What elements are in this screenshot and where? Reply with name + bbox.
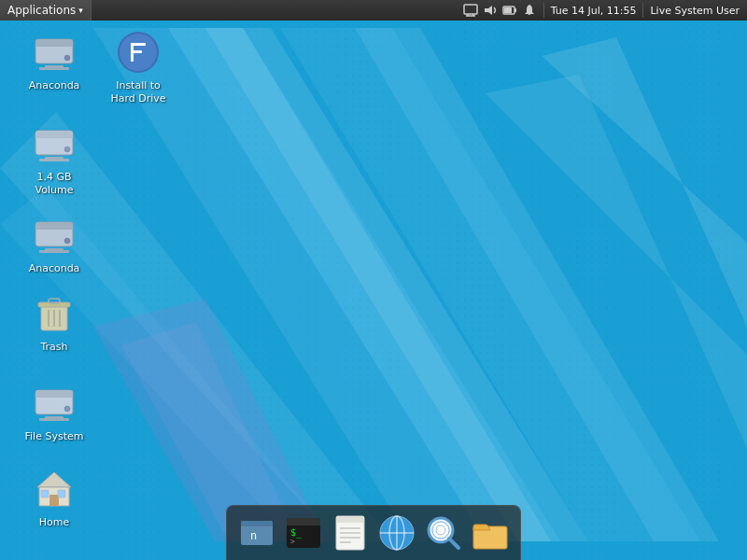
svg-rect-60 xyxy=(41,490,49,497)
svg-line-85 xyxy=(449,539,458,548)
dock: n $_ > xyxy=(0,504,747,560)
svg-rect-44 xyxy=(39,250,69,253)
tray-separator-2 xyxy=(642,3,643,18)
anaconda-icon-image xyxy=(32,30,77,75)
trash-icon-image xyxy=(32,291,77,336)
filesystem-icon-image xyxy=(32,381,77,426)
username-display: Live System User xyxy=(650,5,740,17)
desktop-icon-anaconda[interactable]: Anaconda xyxy=(17,30,92,93)
svg-rect-32 xyxy=(131,50,142,53)
trash-label: Trash xyxy=(37,340,70,355)
svg-rect-14 xyxy=(464,5,477,14)
svg-marker-18 xyxy=(485,6,492,15)
anaconda-2-label: Anaconda xyxy=(26,261,83,276)
dock-item-files[interactable]: n xyxy=(234,511,279,555)
svg-rect-47 xyxy=(49,299,60,303)
svg-rect-24 xyxy=(35,43,73,47)
dock-inner: n $_ > xyxy=(226,505,521,560)
svg-rect-53 xyxy=(35,394,73,398)
svg-rect-20 xyxy=(514,8,516,12)
svg-text:>: > xyxy=(290,538,295,546)
datetime-display: Tue 14 Jul, 11:55 xyxy=(551,5,637,17)
desktop-icon-install[interactable]: Install to Hard Drive xyxy=(101,30,176,107)
svg-point-42 xyxy=(64,238,70,244)
svg-point-84 xyxy=(432,522,449,539)
svg-rect-41 xyxy=(35,226,73,230)
svg-rect-73 xyxy=(336,520,364,523)
svg-rect-64 xyxy=(241,525,273,526)
svg-marker-57 xyxy=(37,472,71,487)
install-label: Install to Hard Drive xyxy=(105,78,172,107)
svg-rect-27 xyxy=(39,67,69,70)
svg-rect-56 xyxy=(39,418,69,421)
install-icon-image xyxy=(116,30,161,75)
volume-icon-image xyxy=(32,121,77,166)
dock-item-terminal[interactable]: $_ > xyxy=(281,511,326,555)
svg-point-54 xyxy=(64,406,70,412)
dock-item-folder[interactable] xyxy=(468,511,513,555)
applications-menu[interactable]: Applications ▾ xyxy=(0,0,92,21)
svg-rect-61 xyxy=(58,490,65,497)
dock-item-browser[interactable] xyxy=(374,511,419,555)
applications-arrow: ▾ xyxy=(78,6,83,15)
speaker-tray-icon[interactable] xyxy=(483,3,498,18)
svg-rect-35 xyxy=(35,134,73,138)
dock-item-search[interactable] xyxy=(421,511,466,555)
desktop-icon-anaconda-2[interactable]: Anaconda xyxy=(17,213,92,276)
volume-label: 1.4 GBVolume xyxy=(33,170,77,199)
applications-label: Applications xyxy=(7,4,76,17)
taskbar: Applications ▾ xyxy=(0,0,747,21)
filesystem-label: File System xyxy=(22,429,87,444)
battery-tray-icon[interactable] xyxy=(502,3,517,18)
svg-text:n: n xyxy=(250,529,257,542)
svg-rect-68 xyxy=(287,522,320,525)
svg-rect-21 xyxy=(504,7,512,13)
screen-tray-icon[interactable] xyxy=(463,3,478,18)
desktop-icon-volume[interactable]: 1.4 GBVolume xyxy=(17,121,92,199)
dock-item-text-editor[interactable] xyxy=(328,511,373,555)
svg-point-25 xyxy=(64,55,70,61)
anaconda-2-icon-image xyxy=(32,213,77,258)
desktop-icon-trash[interactable]: Trash xyxy=(17,291,92,355)
svg-point-36 xyxy=(64,147,70,152)
anaconda-label: Anaconda xyxy=(26,78,83,93)
notification-tray-icon[interactable] xyxy=(522,3,537,18)
taskbar-tray: Tue 14 Jul, 11:55 Live System User xyxy=(456,3,747,18)
desktop: Applications ▾ xyxy=(0,0,747,560)
tray-separator xyxy=(543,3,544,18)
desktop-icon-filesystem[interactable]: File System xyxy=(17,381,92,444)
svg-rect-38 xyxy=(39,159,69,161)
